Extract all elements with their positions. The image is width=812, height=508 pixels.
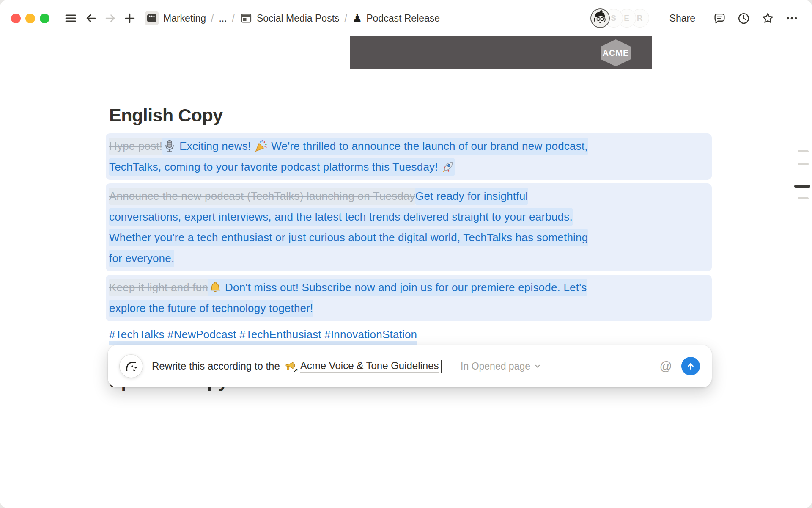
studio-microphone-emoji: [163, 140, 176, 152]
suggestion-block[interactable]: Announce the new podcast (TechTalks) lau…: [106, 183, 712, 271]
comment-icon: [713, 12, 726, 25]
suggested-text-run: We're thrilled to announce the launch of…: [271, 140, 587, 152]
suggested-text[interactable]: for everyone.: [109, 250, 174, 267]
workspace-icon: [145, 11, 159, 25]
avatar-initial: E: [624, 14, 629, 23]
breadcrumb-separator: /: [211, 13, 214, 24]
hashtags-text: #TechTalks #NewPodcast #TechEnthusiast #…: [109, 328, 417, 345]
submit-prompt-button[interactable]: [681, 357, 700, 375]
suggested-text[interactable]: Whether you're a tech enthusiast or just…: [109, 229, 588, 246]
history-button[interactable]: [735, 9, 753, 28]
arrow-left-icon: [85, 12, 97, 25]
text-cursor: [441, 360, 442, 373]
breadcrumb-item-social-media-posts[interactable]: Social Media Posts: [238, 11, 341, 25]
favorite-button[interactable]: [759, 9, 777, 28]
suggested-text[interactable]: explore the future of technology togethe…: [109, 300, 313, 317]
breadcrumb-item-podcast-release[interactable]: ♟ Podcast Release: [351, 12, 442, 25]
suggested-text[interactable]: Exciting news!We're thrilled to announce…: [162, 138, 587, 155]
text-line: explore the future of technology togethe…: [109, 298, 708, 319]
suggestion-block[interactable]: Hype post!Exciting news!We're thrilled t…: [106, 133, 712, 180]
sidebar-toggle-button[interactable]: [64, 12, 77, 25]
arrow-right-icon: [104, 12, 117, 25]
breadcrumb-item-marketing[interactable]: Marketing: [143, 10, 208, 26]
megaphone-emoji: ↗: [285, 360, 296, 372]
user-avatar-illustration: [591, 9, 609, 27]
more-options-button[interactable]: [783, 9, 801, 28]
minimize-window-button[interactable]: [25, 14, 35, 23]
back-button[interactable]: [85, 12, 97, 25]
party-popper-emoji: [255, 140, 267, 152]
avatar-initial: R: [637, 14, 643, 23]
deleted-text[interactable]: Keep it light and fun: [109, 279, 208, 296]
edit-marker[interactable]: [798, 150, 809, 152]
ai-prompt-bar[interactable]: Rewrite this according to the ↗ Acme Voi…: [108, 345, 712, 387]
acme-logo-badge: ACME: [601, 39, 631, 66]
text-line: TechTalks, coming to your favorite podca…: [109, 157, 708, 177]
hashtag-line[interactable]: #TechTalks #NewPodcast #TechEnthusiast #…: [109, 328, 712, 341]
mention-button[interactable]: @: [660, 359, 672, 373]
rocket-emoji: [442, 160, 455, 173]
edit-marker-current[interactable]: [794, 185, 810, 188]
suggested-text[interactable]: Get ready for insightful: [415, 188, 528, 205]
chess-pawn-emoji: ♟: [352, 13, 362, 24]
star-icon: [761, 12, 774, 25]
acme-logo-text: ACME: [603, 48, 629, 58]
suggested-text-run: Exciting news!: [179, 140, 251, 152]
title-bar: Marketing / ... / Social Media Posts / ♟…: [0, 0, 812, 36]
scope-selector[interactable]: In Opened page: [461, 361, 541, 372]
breadcrumb-separator: /: [232, 13, 235, 24]
hamburger-menu-icon: [64, 12, 77, 25]
page-heading[interactable]: English Copy: [109, 105, 712, 126]
text-line: for everyone.: [109, 248, 708, 269]
link-arrow-icon: ↗: [293, 367, 298, 374]
suggested-text[interactable]: Don't miss out! Subscribe now and join u…: [208, 279, 587, 296]
breadcrumb-separator: /: [345, 13, 347, 24]
text-line: conversations, expert interviews, and th…: [109, 207, 708, 227]
titlebar-right: S E R Share: [590, 8, 801, 28]
text-line: Whether you're a tech enthusiast or just…: [109, 227, 708, 248]
edit-marker[interactable]: [798, 197, 809, 199]
plus-icon: [123, 12, 136, 25]
page-cover-image: ACME: [350, 36, 652, 69]
edit-marker[interactable]: [798, 163, 809, 165]
notion-ai-face-icon: [120, 355, 143, 378]
comments-button[interactable]: [710, 9, 729, 28]
chevron-down-icon: [534, 363, 541, 370]
breadcrumb-ellipsis[interactable]: ...: [217, 12, 228, 25]
avatar[interactable]: [590, 8, 610, 28]
prompt-text: Rewrite this according to the: [152, 360, 280, 372]
text-line: Announce the new podcast (TechTalks) lau…: [109, 186, 708, 207]
breadcrumb: Marketing / ... / Social Media Posts / ♟…: [143, 10, 442, 26]
new-page-button[interactable]: [123, 12, 136, 25]
presence-avatars: S E R: [590, 8, 649, 28]
bell-emoji: [209, 281, 222, 294]
close-window-button[interactable]: [11, 14, 21, 23]
text-line: Hype post!Exciting news!We're thrilled t…: [109, 136, 708, 157]
page-mention-link[interactable]: Acme Voice & Tone Guidelines: [300, 360, 439, 373]
suggested-text[interactable]: conversations, expert interviews, and th…: [109, 208, 573, 226]
breadcrumb-label: Podcast Release: [366, 13, 440, 24]
fullscreen-window-button[interactable]: [40, 14, 49, 23]
ellipsis-icon: [785, 12, 798, 25]
board-view-icon: [240, 12, 252, 25]
scope-label: In Opened page: [461, 361, 530, 372]
suggested-text[interactable]: TechTalks, coming to your favorite podca…: [109, 158, 455, 176]
ai-bar-actions: @: [660, 357, 700, 375]
forward-button[interactable]: [104, 12, 117, 25]
breadcrumb-label: Marketing: [163, 13, 206, 24]
window-controls: [11, 14, 54, 23]
clock-icon: [737, 12, 750, 25]
share-button[interactable]: Share: [666, 10, 699, 27]
app-window: Marketing / ... / Social Media Posts / ♟…: [0, 0, 812, 508]
arrow-up-icon: [686, 361, 696, 371]
deleted-text[interactable]: Announce the new podcast (TechTalks) lau…: [109, 188, 415, 205]
deleted-text[interactable]: Hype post!: [109, 138, 162, 155]
suggestion-block[interactable]: Keep it light and funDon't miss out! Sub…: [106, 275, 712, 321]
suggested-text-run: TechTalks, coming to your favorite podca…: [109, 160, 438, 173]
suggested-text-run: Don't miss out! Subscribe now and join u…: [225, 281, 587, 294]
page-content: English Copy Hype post!Exciting news!We'…: [109, 105, 712, 341]
breadcrumb-label: Social Media Posts: [257, 13, 340, 24]
ai-prompt-input[interactable]: Rewrite this according to the ↗ Acme Voi…: [152, 360, 442, 373]
avatar-initial: S: [611, 14, 616, 23]
text-line: Keep it light and funDon't miss out! Sub…: [109, 277, 708, 298]
